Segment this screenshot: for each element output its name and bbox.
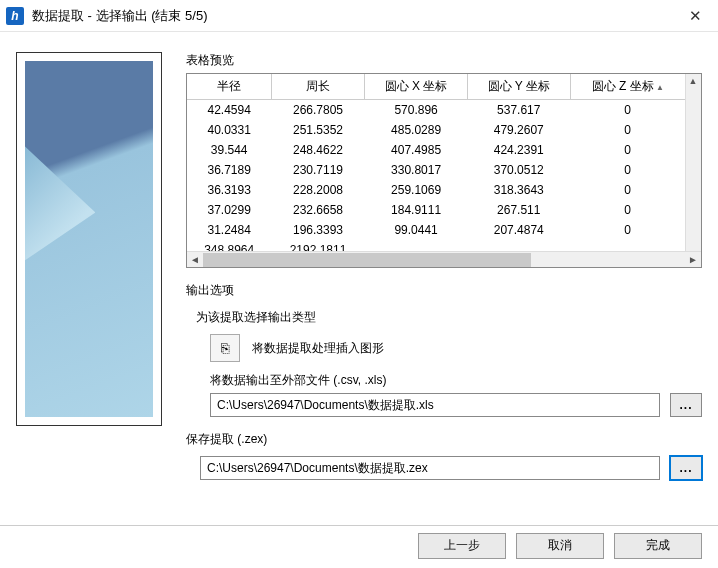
table-cell: 99.0441 bbox=[365, 220, 468, 240]
table-row[interactable]: 36.3193228.2008259.1069318.36430 bbox=[187, 180, 685, 200]
table-cell: 370.0512 bbox=[467, 160, 570, 180]
table-cell: 0 bbox=[570, 200, 685, 220]
table-cell: 424.2391 bbox=[467, 140, 570, 160]
browse-save-button[interactable]: ... bbox=[670, 456, 702, 480]
column-header[interactable]: 半径 bbox=[187, 74, 271, 100]
table-cell: 330.8017 bbox=[365, 160, 468, 180]
column-header[interactable]: 圆心 Z 坐标 ▲ bbox=[570, 74, 685, 100]
table-row[interactable]: 31.2484196.339399.0441207.48740 bbox=[187, 220, 685, 240]
table-cell: 318.3643 bbox=[467, 180, 570, 200]
insert-label: 将数据提取处理插入图形 bbox=[252, 340, 384, 357]
finish-button[interactable]: 完成 bbox=[614, 533, 702, 559]
table-cell: 0 bbox=[570, 220, 685, 240]
external-output-label: 将数据输出至外部文件 (.csv, .xls) bbox=[210, 372, 702, 389]
save-path-input[interactable] bbox=[200, 456, 660, 480]
table-cell: 39.544 bbox=[187, 140, 271, 160]
table-cell: 228.2008 bbox=[271, 180, 364, 200]
close-button[interactable]: ✕ bbox=[672, 0, 718, 32]
column-header[interactable]: 圆心 X 坐标 bbox=[365, 74, 468, 100]
table-preview-label: 表格预览 bbox=[186, 52, 702, 69]
column-header[interactable]: 圆心 Y 坐标 bbox=[467, 74, 570, 100]
table-cell: 196.3393 bbox=[271, 220, 364, 240]
table-cell: 0 bbox=[570, 120, 685, 140]
table-cell: 485.0289 bbox=[365, 120, 468, 140]
table-cell: 37.0299 bbox=[187, 200, 271, 220]
table-row[interactable]: 42.4594266.7805570.896537.6170 bbox=[187, 100, 685, 120]
table-cell bbox=[467, 240, 570, 252]
titlebar: h 数据提取 - 选择输出 (结束 5/5) ✕ bbox=[0, 0, 718, 32]
table-cell: 230.7119 bbox=[271, 160, 364, 180]
table-cell: 36.7189 bbox=[187, 160, 271, 180]
table-cell: 407.4985 bbox=[365, 140, 468, 160]
footer: 上一步 取消 完成 bbox=[0, 525, 718, 565]
table-row[interactable]: 37.0299232.6658184.9111267.5110 bbox=[187, 200, 685, 220]
save-section-label: 保存提取 (.zex) bbox=[186, 431, 702, 448]
table-cell: 0 bbox=[570, 180, 685, 200]
table-cell: 0 bbox=[570, 140, 685, 160]
table-cell: 266.7805 bbox=[271, 100, 364, 120]
table-cell: 537.617 bbox=[467, 100, 570, 120]
table-scroll[interactable]: 半径周长圆心 X 坐标圆心 Y 坐标圆心 Z 坐标 ▲ 42.4594266.7… bbox=[187, 74, 685, 251]
table-cell: 42.4594 bbox=[187, 100, 271, 120]
table-cell: 31.2484 bbox=[187, 220, 271, 240]
table-cell: 0 bbox=[570, 100, 685, 120]
browse-external-button[interactable]: ... bbox=[670, 393, 702, 417]
table-row[interactable]: 36.7189230.7119330.8017370.05120 bbox=[187, 160, 685, 180]
scroll-up-icon[interactable]: ▲ bbox=[686, 74, 700, 88]
table-cell: 251.5352 bbox=[271, 120, 364, 140]
table-row[interactable]: 40.0331251.5352485.0289479.26070 bbox=[187, 120, 685, 140]
app-icon: h bbox=[6, 7, 24, 25]
table-cell: 570.896 bbox=[365, 100, 468, 120]
insert-icon: ⎘ bbox=[221, 340, 229, 356]
table-row[interactable]: 348.89642192.1811 bbox=[187, 240, 685, 252]
table-cell: 207.4874 bbox=[467, 220, 570, 240]
table-cell: 479.2607 bbox=[467, 120, 570, 140]
table-cell: 232.6658 bbox=[271, 200, 364, 220]
scroll-thumb[interactable] bbox=[203, 253, 531, 267]
insert-into-drawing-button[interactable]: ⎘ bbox=[210, 334, 240, 362]
output-section-label: 输出选项 bbox=[186, 282, 702, 299]
external-path-input[interactable] bbox=[210, 393, 660, 417]
table-row[interactable]: 39.544248.4622407.4985424.23910 bbox=[187, 140, 685, 160]
table-cell: 40.0331 bbox=[187, 120, 271, 140]
table-cell: 259.1069 bbox=[365, 180, 468, 200]
horizontal-scrollbar[interactable]: ◄ ► bbox=[187, 251, 701, 267]
output-type-label: 为该提取选择输出类型 bbox=[196, 309, 702, 326]
table-cell bbox=[570, 240, 685, 252]
table-cell: 184.9111 bbox=[365, 200, 468, 220]
sort-icon: ▲ bbox=[654, 83, 664, 92]
table-preview: 半径周长圆心 X 坐标圆心 Y 坐标圆心 Z 坐标 ▲ 42.4594266.7… bbox=[186, 73, 702, 268]
table-cell: 2192.1811 bbox=[271, 240, 364, 252]
cancel-button[interactable]: 取消 bbox=[516, 533, 604, 559]
vertical-scrollbar[interactable]: ▲ bbox=[685, 74, 701, 251]
table-cell: 248.4622 bbox=[271, 140, 364, 160]
scroll-right-icon[interactable]: ► bbox=[685, 252, 701, 268]
preview-thumbnail bbox=[16, 52, 162, 426]
table-cell: 267.511 bbox=[467, 200, 570, 220]
window-title: 数据提取 - 选择输出 (结束 5/5) bbox=[32, 7, 208, 25]
column-header[interactable]: 周长 bbox=[271, 74, 364, 100]
table-cell: 348.8964 bbox=[187, 240, 271, 252]
scroll-left-icon[interactable]: ◄ bbox=[187, 252, 203, 268]
data-table: 半径周长圆心 X 坐标圆心 Y 坐标圆心 Z 坐标 ▲ 42.4594266.7… bbox=[187, 74, 685, 251]
table-cell: 0 bbox=[570, 160, 685, 180]
table-cell: 36.3193 bbox=[187, 180, 271, 200]
table-cell bbox=[365, 240, 468, 252]
back-button[interactable]: 上一步 bbox=[418, 533, 506, 559]
